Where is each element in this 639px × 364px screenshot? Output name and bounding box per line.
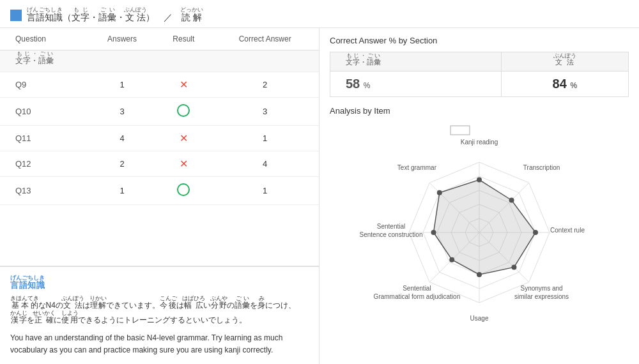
- section-icon: [10, 10, 22, 21]
- cell-correct: 4: [211, 151, 319, 177]
- page-title: 言語知識げんごちしき（文字もじ・語彙ごい・文法ぶんぽう） ／ 読解どっかい: [27, 6, 207, 24]
- left-panel: Question Answers Result Correct Answer 文…: [0, 28, 320, 364]
- radar-label-text-3-1: similar expressions: [514, 293, 569, 300]
- radar-label-text-3-0: Synonyms and: [521, 285, 563, 292]
- main-content: Question Answers Result Correct Answer 文…: [0, 28, 639, 364]
- cell-question: Q12: [0, 151, 88, 177]
- cell-answer: 2: [88, 151, 157, 177]
- radar-dot-3: [511, 264, 516, 269]
- table-row: Q12 2 ✕ 4: [0, 151, 319, 177]
- col-question: Question: [0, 28, 88, 50]
- radar-dot-4: [477, 272, 482, 277]
- radar-label-text-5-0: Sentential: [403, 285, 431, 292]
- cell-result: ✕: [156, 151, 211, 177]
- radar-label-3: Synonyms andsimilar expressions: [514, 285, 569, 300]
- feedback-title: 言語知識げんごちしき: [10, 275, 309, 291]
- radar-label-6: SententialSentence construction: [360, 223, 423, 238]
- result-circle-icon: [177, 183, 190, 196]
- radar-dot-1: [509, 197, 514, 202]
- radar-label-2: Context rule: [550, 227, 585, 234]
- radar-label-7: Text grammar: [397, 164, 437, 171]
- question-table: Question Answers Result Correct Answer 文…: [0, 28, 319, 205]
- radar-dot-6: [431, 230, 436, 235]
- feedback-japanese: 基本的きほんてきなN4の文法ぶんぽうは理解りかいできています。今後こんごは幅広は…: [10, 295, 309, 326]
- section-row-moji-goi: 文字・語彙もじ・ごい: [0, 50, 319, 72]
- cell-answer: 1: [88, 72, 157, 98]
- radar-label-text-0-0: Kanji reading: [461, 139, 498, 146]
- feedback-english: You have an understanding of the basic N…: [10, 332, 309, 356]
- score-table: 文字・語彙もじ・ごい 文法ぶんぽう 58 % 84 %: [330, 52, 629, 97]
- result-circle-icon: [177, 104, 190, 117]
- table-row: Q10 3 3: [0, 98, 319, 126]
- radar-label-1: Transcription: [523, 164, 560, 171]
- cell-correct: 1: [211, 126, 319, 151]
- score-value-moji: 58 %: [330, 72, 502, 97]
- radar-label-text-6-0: Sentential: [377, 223, 405, 230]
- cell-question: Q11: [0, 126, 88, 151]
- result-cross-icon: ✕: [180, 133, 188, 144]
- cell-result: [156, 98, 211, 126]
- right-panel: Correct Answer % by Section 文字・語彙もじ・ごい 文…: [320, 28, 639, 364]
- cell-result: ✕: [156, 126, 211, 151]
- radar-chart: Kanji readingTranscriptionContext ruleSy…: [345, 121, 613, 338]
- analysis-label: Analysis by Item: [330, 106, 629, 116]
- col-result: Result: [156, 28, 211, 50]
- legend-box: [450, 126, 470, 135]
- radar-label-text-1-0: Transcription: [523, 164, 560, 171]
- cell-result: ✕: [156, 72, 211, 98]
- radar-dot-5: [449, 257, 454, 262]
- cell-result: [156, 177, 211, 205]
- cell-correct: 2: [211, 72, 319, 98]
- result-cross-icon: ✕: [180, 158, 188, 169]
- radar-label-text-4-0: Usage: [470, 315, 489, 322]
- cell-question: Q9: [0, 72, 88, 98]
- cell-answer: 3: [88, 98, 157, 126]
- radar-label-5: SententialGrammatical form adjudication: [374, 285, 461, 300]
- cell-question: Q10: [0, 98, 88, 126]
- radar-chart-container: Kanji readingTranscriptionContext ruleSy…: [330, 121, 629, 338]
- radar-label-4: Usage: [470, 315, 489, 322]
- cell-correct: 1: [211, 177, 319, 205]
- table-row: Q13 1 1: [0, 177, 319, 205]
- radar-label-text-2-0: Context rule: [550, 227, 585, 234]
- page-header: 言語知識げんごちしき（文字もじ・語彙ごい・文法ぶんぽう） ／ 読解どっかい: [0, 0, 639, 28]
- score-section-label: Correct Answer % by Section: [330, 36, 629, 45]
- table-row: Q11 4 ✕ 1: [0, 126, 319, 151]
- score-col-bunpo: 文法ぶんぽう: [501, 52, 628, 72]
- cell-answer: 4: [88, 126, 157, 151]
- col-correct-answer: Correct Answer: [211, 28, 319, 50]
- score-value-bunpo: 84 %: [501, 72, 628, 97]
- radar-label-text-5-1: Grammatical form adjudication: [374, 293, 461, 300]
- feedback-area: 言語知識げんごちしき 基本的きほんてきなN4の文法ぶんぽうは理解りかいできていま…: [0, 266, 319, 364]
- cell-correct: 3: [211, 98, 319, 126]
- question-table-area[interactable]: Question Answers Result Correct Answer 文…: [0, 28, 319, 266]
- radar-dot-7: [437, 190, 442, 195]
- table-row: Q9 1 ✕ 2: [0, 72, 319, 98]
- score-col-moji: 文字・語彙もじ・ごい: [330, 52, 502, 72]
- radar-dot-2: [533, 230, 538, 235]
- radar-label-text-6-1: Sentence construction: [360, 231, 423, 238]
- radar-label-text-7-0: Text grammar: [397, 164, 437, 171]
- cell-question: Q13: [0, 177, 88, 205]
- radar-label-0: Kanji reading: [461, 139, 498, 146]
- col-answers: Answers: [88, 28, 157, 50]
- result-cross-icon: ✕: [180, 79, 188, 90]
- cell-answer: 1: [88, 177, 157, 205]
- radar-dot-0: [477, 178, 482, 183]
